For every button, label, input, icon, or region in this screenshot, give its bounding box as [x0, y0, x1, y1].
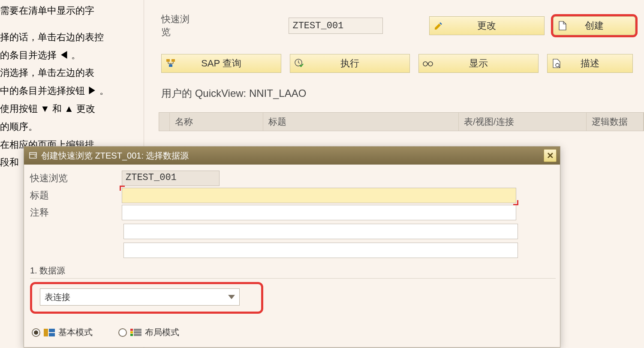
svg-rect-16 — [134, 334, 141, 336]
dlg-title-input[interactable] — [122, 188, 516, 203]
dlg-extra-input-2[interactable] — [123, 243, 518, 258]
dialog-body: 快速浏览 ZTEST_001 标题 注释 1. 数据源 表连接 — [24, 165, 560, 338]
col-name[interactable]: 名称 — [170, 113, 263, 131]
close-icon: ✕ — [547, 150, 554, 161]
glasses-icon — [422, 58, 433, 69]
dlg-comment-input[interactable] — [122, 205, 516, 220]
dlg-extra-input-1[interactable] — [123, 224, 518, 239]
quickview-label: 快速浏览 — [161, 13, 198, 39]
display-button[interactable]: 显示 — [418, 54, 539, 73]
help-line: 使用按钮 ▼ 和 ▲ 更改 — [0, 100, 139, 118]
dlg-quickview-label: 快速浏览 — [28, 172, 122, 185]
svg-rect-13 — [130, 334, 133, 336]
svg-rect-10 — [49, 333, 55, 336]
execute-label: 执行 — [340, 57, 359, 70]
create-label: 创建 — [585, 19, 604, 32]
clock-check-icon — [294, 58, 305, 69]
dialog-title-icon — [28, 151, 38, 160]
create-quickview-dialog: 创建快速浏览 ZTEST_001: 选择数据源 ✕ 快速浏览 ZTEST_001… — [24, 146, 560, 348]
svg-rect-14 — [134, 329, 141, 331]
change-button[interactable]: 更改 — [429, 16, 545, 35]
svg-point-5 — [428, 62, 433, 66]
help-line: 择的话，单击右边的表控 — [0, 28, 139, 46]
help-line: 的条目并选择 ◀ 。 — [0, 46, 139, 64]
dialog-title-text: 创建快速浏览 ZTEST_001: 选择数据源 — [41, 150, 544, 162]
describe-label: 描述 — [581, 57, 599, 70]
svg-rect-8 — [44, 329, 48, 336]
table-corner — [159, 113, 170, 131]
basic-mode-radio[interactable]: 基本模式 — [32, 327, 93, 338]
radio-checked-icon — [32, 328, 40, 337]
describe-button[interactable]: 描述 — [547, 54, 633, 73]
layout-mode-radio[interactable]: 布局模式 — [118, 327, 179, 338]
col-logic[interactable]: 逻辑数据 — [587, 113, 644, 131]
layout-mode-label: 布局模式 — [145, 327, 179, 338]
datasource-highlight-box: 表连接 — [30, 282, 263, 314]
col-title[interactable]: 标题 — [263, 113, 459, 131]
quickview-input[interactable] — [289, 18, 383, 34]
dlg-comment-label: 注释 — [28, 206, 122, 219]
basic-mode-label: 基本模式 — [58, 327, 93, 338]
execute-button[interactable]: 执行 — [290, 54, 410, 73]
focus-corner-icon — [513, 200, 518, 205]
datasource-select[interactable]: 表连接 — [40, 288, 240, 306]
chevron-down-icon — [228, 295, 235, 299]
svg-rect-1 — [172, 59, 175, 62]
create-button[interactable]: 创建 — [553, 16, 635, 35]
hierarchy-icon — [165, 58, 176, 69]
datasource-section-title: 1. 数据源 — [30, 265, 556, 279]
dlg-title-label: 标题 — [28, 189, 122, 202]
focus-corner-icon — [120, 186, 125, 191]
dialog-titlebar[interactable]: 创建快速浏览 ZTEST_001: 选择数据源 ✕ — [24, 147, 560, 165]
datasource-selected-value: 表连接 — [45, 291, 70, 303]
svg-rect-2 — [169, 64, 172, 67]
table-header: 名称 标题 表/视图/连接 逻辑数据 — [159, 112, 644, 131]
display-label: 显示 — [469, 57, 488, 70]
help-line: 的顺序。 — [0, 118, 139, 136]
dlg-quickview-value: ZTEST_001 — [122, 171, 220, 186]
sap-query-label: SAP 查询 — [201, 57, 241, 70]
col-table[interactable]: 表/视图/连接 — [459, 113, 587, 131]
radio-unchecked-icon — [118, 328, 127, 337]
svg-rect-7 — [30, 153, 36, 158]
help-line: 需要在清单中显示的字 — [0, 2, 139, 20]
change-label: 更改 — [477, 19, 496, 32]
svg-point-4 — [423, 62, 427, 66]
svg-rect-11 — [130, 329, 133, 331]
document-search-icon — [551, 58, 562, 69]
pencil-icon — [433, 20, 444, 31]
svg-rect-12 — [130, 331, 133, 333]
help-line: 消选择，单击左边的表 — [0, 64, 139, 82]
sap-query-button[interactable]: SAP 查询 — [161, 54, 281, 73]
svg-rect-9 — [49, 329, 55, 332]
basic-mode-icon — [44, 329, 55, 336]
layout-mode-icon — [130, 329, 141, 336]
user-quickview-heading: 用户的 QuickView: NNIT_LAAO — [144, 81, 644, 112]
svg-rect-15 — [134, 331, 141, 333]
svg-rect-0 — [166, 59, 170, 62]
help-line: 中的条目并选择按钮 ▶ 。 — [0, 82, 139, 100]
new-document-icon — [557, 20, 568, 31]
dialog-close-button[interactable]: ✕ — [544, 149, 557, 162]
